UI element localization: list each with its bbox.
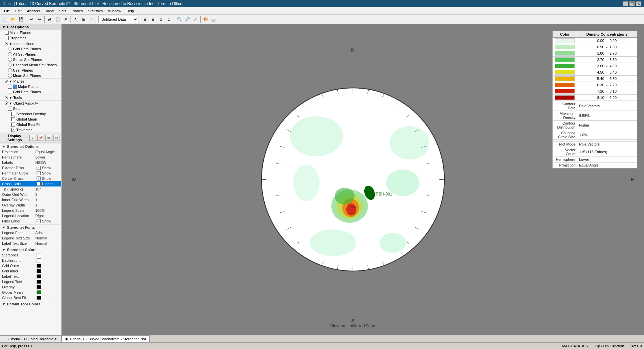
legend-text-color-row: Legend Text (0, 279, 61, 284)
global-best-fit-checkbox[interactable] (11, 123, 15, 127)
user-planes-item[interactable]: User Planes (0, 68, 61, 73)
zoom-fit-btn[interactable]: ⤢ (192, 16, 199, 23)
all-set-planes-item[interactable]: All Set Planes (0, 52, 61, 57)
exterior-ticks-checkbox[interactable]: ✓ (37, 166, 41, 170)
major-planes-item[interactable]: Major Planes (0, 30, 61, 35)
sets-checkbox[interactable]: ✓ (8, 107, 12, 111)
stereonet-colors-icon: ▼ (2, 248, 6, 252)
global-mean-item[interactable]: Global Mean (0, 117, 61, 122)
copy-btn[interactable]: 📋 (54, 16, 61, 23)
contour-se (380, 233, 406, 253)
zoom-in-btn[interactable]: 🔍 (176, 16, 183, 23)
all-set-planes-radio[interactable] (8, 52, 12, 56)
display-copy-btn[interactable]: ⊞ (45, 135, 52, 141)
print-btn[interactable]: 🖨 (46, 16, 53, 23)
view-btn3[interactable]: ⊠ (157, 16, 165, 23)
planes-label: Planes (13, 79, 25, 83)
stereonet-color-swatch[interactable] (37, 253, 41, 257)
stereonet-overlay-item[interactable]: Stereonet Overlay (0, 111, 61, 117)
menu-sets[interactable]: Sets (56, 8, 69, 14)
tab-curved-borehole1[interactable]: ⊞ Tutorial 13 Curved Borehole:1* (0, 335, 62, 342)
display-pin-btn[interactable]: 📌 (37, 135, 44, 141)
grid-data-planes-check2[interactable] (8, 90, 12, 94)
properties-item[interactable]: Properties (0, 35, 61, 41)
menu-window[interactable]: Window (105, 8, 124, 14)
stereonet-overlay-checkbox[interactable] (11, 112, 15, 116)
user-mean-set-item[interactable]: User and Mean Set Planes (0, 62, 61, 68)
projection-value: Equal Angle (35, 150, 55, 154)
add-btn[interactable]: ＋ (88, 16, 95, 23)
user-mean-set-radio[interactable] (8, 63, 12, 67)
view-btn4[interactable]: ⊡ (165, 16, 173, 23)
label-text-color-swatch[interactable] (37, 274, 41, 278)
global-mean-checkbox[interactable] (11, 117, 15, 121)
intersections-group[interactable]: ▼ Intersections (0, 41, 61, 46)
mean-set-planes-item[interactable]: Mean Set Planes (0, 73, 61, 78)
plot-btn[interactable]: 📊 (210, 16, 217, 23)
menu-statistics[interactable]: Statistics (85, 8, 105, 14)
grid-data-planes-item[interactable]: Grid Data Planes (0, 46, 61, 52)
tab-curved-borehole2[interactable]: ◉ Tutorial 13 Curved Borehole:2* - Stere… (62, 335, 150, 342)
menu-view[interactable]: View (43, 8, 57, 14)
global-best-fit-color-swatch[interactable] (37, 296, 41, 300)
global-mean-color-swatch[interactable] (37, 290, 41, 294)
menu-analysis[interactable]: Analysis (24, 8, 43, 14)
undo-btn[interactable]: ↩ (28, 16, 35, 23)
overlay-color-swatch[interactable] (37, 285, 41, 289)
open-btn[interactable]: 📂 (9, 16, 17, 23)
planes-group[interactable]: ▼ Planes (0, 79, 61, 84)
global-best-fit-item[interactable]: Global Best Fit (0, 122, 61, 127)
sets-item[interactable]: ✓ Sets (0, 106, 61, 111)
major-planes-item2[interactable]: ✓ Major Planes (0, 84, 61, 89)
global-best-fit-label: Global Best Fit (16, 123, 40, 127)
menu-help[interactable]: Help (124, 8, 137, 14)
user-planes-radio[interactable] (8, 68, 12, 72)
menu-file[interactable]: File (1, 8, 13, 14)
export-btn[interactable]: ↗ (62, 16, 69, 23)
display-expand-btn[interactable]: ⊡ (53, 135, 60, 141)
center-cross-checkbox[interactable]: ✓ (37, 176, 41, 180)
background-color-swatch[interactable] (37, 258, 41, 262)
perimeter-circle-row: Perimeter Circle ✓ Show (0, 171, 61, 176)
legend-text-color-swatch[interactable] (37, 280, 41, 284)
tools-circle (5, 96, 8, 99)
legend-info-hemisphere: Hemisphere Lower (553, 157, 637, 162)
filter-btn[interactable]: ⊞ (80, 16, 87, 23)
background-color-label: Background (2, 258, 35, 262)
new-btn[interactable]: 📄 (1, 16, 9, 23)
cross-hairs-checkbox[interactable] (37, 182, 41, 186)
plot-options-header[interactable]: ▼ Plot Options (0, 24, 61, 30)
tools-group[interactable]: ▼ Tools (0, 95, 61, 100)
major-planes-checkbox2[interactable]: ✓ (8, 85, 12, 89)
display-check-btn[interactable]: ✓ (29, 135, 36, 141)
stereonet-svg[interactable]: T:BH-001 (250, 76, 456, 283)
grid-data-planes-radio[interactable] (8, 47, 12, 51)
color-btn[interactable]: 🎨 (202, 16, 209, 23)
view-btn2[interactable]: ⊟ (149, 16, 157, 23)
save-btn[interactable]: 💾 (17, 16, 25, 23)
menu-planes[interactable]: Planes (69, 8, 85, 14)
restore-btn[interactable]: ❐ (629, 1, 635, 6)
view-btn1[interactable]: ⊞ (141, 16, 149, 23)
mean-set-planes-radio[interactable] (8, 74, 12, 78)
set-vs-set-radio[interactable] (8, 58, 12, 62)
grid-data-planes-item2[interactable]: Grid Data Planes (0, 89, 61, 95)
close-btn[interactable]: ✕ (636, 1, 641, 6)
properties-checkbox[interactable] (5, 36, 9, 40)
object-visibility-group[interactable]: ▼ Object Visibility (0, 101, 61, 106)
filter-dropdown[interactable]: Unfiltered Data (98, 16, 138, 23)
menu-edit[interactable]: Edit (13, 8, 24, 14)
grid-inner-color-swatch[interactable] (37, 269, 41, 273)
traverses-checkbox[interactable]: ✓ (11, 128, 15, 132)
major-planes-checkbox[interactable] (5, 31, 9, 35)
grid-outer-color-swatch[interactable] (37, 264, 41, 268)
select-btn[interactable]: ↖ (72, 16, 80, 23)
set-vs-set-item[interactable]: Set vs Set Planes (0, 57, 61, 62)
minimize-btn[interactable]: ─ (623, 1, 628, 6)
redo-btn[interactable]: ↪ (36, 16, 43, 23)
traverses-item[interactable]: ✓ Traverses (0, 127, 61, 133)
perimeter-circle-checkbox[interactable]: ✓ (37, 171, 41, 175)
zoom-out-btn[interactable]: 🔎 (184, 16, 191, 23)
filter-label-checkbox[interactable]: ✓ (37, 219, 41, 223)
cross-hairs-row[interactable]: Cross Hairs Hidden (0, 181, 61, 186)
